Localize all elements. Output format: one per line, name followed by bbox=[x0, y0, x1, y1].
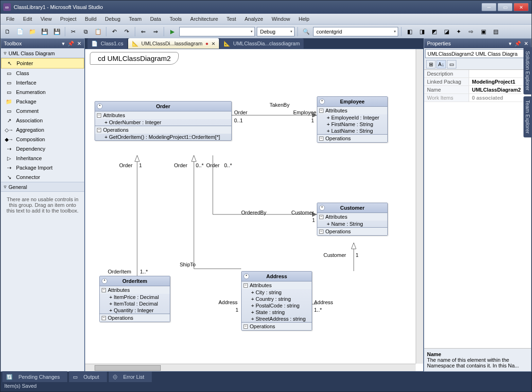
prop-row-name[interactable]: NameUMLClassDiagram2 bbox=[424, 86, 531, 94]
tool-g-button[interactable]: ▣ bbox=[478, 26, 488, 37]
collapse-icon[interactable]: ˄ bbox=[102, 278, 107, 284]
tool-d-button[interactable]: ◪ bbox=[441, 26, 452, 37]
collapse-icon[interactable]: − bbox=[97, 128, 101, 132]
toolbox-item-comment[interactable]: ▭Comment bbox=[1, 106, 84, 116]
tool-f-button[interactable]: ⇨ bbox=[466, 26, 476, 37]
toolbox-item-association[interactable]: ↗Association bbox=[1, 116, 84, 125]
pane-close-icon[interactable]: ✕ bbox=[524, 41, 528, 47]
tab-class1[interactable]: 📄Class1.cs bbox=[87, 38, 127, 49]
undo-button[interactable]: ↶ bbox=[109, 26, 120, 37]
collapse-icon[interactable]: − bbox=[319, 215, 323, 219]
toolbox-item-package[interactable]: 📁Package bbox=[1, 97, 84, 106]
toolbox-item-inheritance[interactable]: ▷Inheritance bbox=[1, 153, 84, 163]
toolbox-item-package-import[interactable]: ⇢Package Import bbox=[1, 163, 84, 172]
tab-umlclassdiagram1[interactable]: 📐UMLClassDia...classdiagram bbox=[220, 38, 304, 49]
collapse-icon[interactable]: − bbox=[244, 283, 248, 288]
uml-class-customer[interactable]: ˄Customer −Attributes+ Name : String −Op… bbox=[317, 203, 388, 236]
menu-view[interactable]: View bbox=[37, 15, 56, 23]
menu-data[interactable]: Data bbox=[146, 15, 165, 23]
find-combo[interactable]: contentgrid bbox=[313, 27, 398, 36]
menu-window[interactable]: Window bbox=[268, 15, 294, 23]
open-button[interactable]: 📁 bbox=[27, 26, 37, 37]
maximize-button[interactable]: ▭ bbox=[497, 3, 513, 11]
collapse-icon[interactable]: − bbox=[102, 316, 106, 320]
pane-dropdown-icon[interactable]: ▾ bbox=[509, 41, 512, 47]
collapse-icon[interactable]: − bbox=[102, 288, 106, 292]
categorized-button[interactable]: ⊞ bbox=[426, 60, 436, 68]
startup-combo[interactable] bbox=[179, 27, 255, 36]
collapse-icon[interactable]: ˄ bbox=[244, 273, 249, 279]
pane-pin-icon[interactable]: 📌 bbox=[68, 41, 74, 47]
tab-pending-changes[interactable]: 🔃 Pending Changes bbox=[2, 371, 67, 383]
minimize-button[interactable]: ─ bbox=[481, 3, 497, 11]
uml-class-orderitem[interactable]: ˄OrderItem −Attributes + ItemPrice : Dec… bbox=[99, 276, 170, 322]
config-combo[interactable]: Debug bbox=[257, 27, 295, 36]
menu-build[interactable]: Build bbox=[81, 15, 100, 23]
alphabetical-button[interactable]: A↓ bbox=[436, 60, 446, 68]
collapse-icon[interactable]: − bbox=[97, 113, 101, 118]
prop-row-description[interactable]: Description bbox=[424, 70, 531, 78]
nav-fwd-button[interactable]: ⇒ bbox=[150, 26, 161, 37]
toolbox-item-class[interactable]: ▭Class bbox=[1, 68, 84, 78]
nav-back-button[interactable]: ⇐ bbox=[138, 26, 148, 37]
pane-dropdown-icon[interactable]: ▾ bbox=[62, 41, 65, 47]
start-button[interactable]: ▶ bbox=[167, 26, 177, 37]
menu-help[interactable]: Help bbox=[295, 15, 314, 23]
menu-architecture[interactable]: Architecture bbox=[186, 15, 222, 23]
paste-button[interactable]: 📋 bbox=[93, 26, 103, 37]
diagram-canvas[interactable]: cd UMLClassDiagram2 bbox=[85, 49, 424, 372]
save-button[interactable]: 💾 bbox=[39, 26, 50, 37]
side-tab-solution-explorer[interactable]: Solution Explorer bbox=[523, 47, 532, 94]
close-button[interactable]: ✕ bbox=[514, 3, 529, 11]
collapse-icon[interactable]: ˄ bbox=[319, 205, 325, 211]
toolbox-item-composition[interactable]: ◆→Composition bbox=[1, 135, 84, 144]
prop-row-linked-packag[interactable]: Linked PackagModelingProject1 bbox=[424, 78, 531, 86]
pane-close-icon[interactable]: ✕ bbox=[77, 41, 81, 47]
add-item-button[interactable]: 📄 bbox=[15, 26, 25, 37]
prop-pages-button[interactable]: ▭ bbox=[447, 60, 456, 68]
uml-class-order[interactable]: ˄Order −Attributes+ OrderNumber : Intege… bbox=[95, 101, 232, 141]
tab-error-list[interactable]: ⮾ Error List bbox=[109, 371, 152, 383]
properties-selector[interactable]: UMLClassDiagram2 UML Class Diagra▾ bbox=[425, 49, 530, 58]
menu-file[interactable]: File bbox=[2, 15, 18, 23]
toolbox-item-aggregation[interactable]: ◇→Aggregation bbox=[1, 125, 84, 135]
toolbox-item-pointer[interactable]: ↖Pointer bbox=[1, 58, 84, 68]
collapse-icon[interactable]: ˄ bbox=[319, 99, 325, 104]
uml-class-employee[interactable]: ˄Employee −Attributes + EmployeeId : Int… bbox=[317, 96, 388, 143]
prop-row-work-items[interactable]: Work Items0 associated bbox=[424, 94, 531, 102]
tool-h-button[interactable]: ▤ bbox=[490, 26, 501, 37]
toolbox-item-enumeration[interactable]: ▭Enumeration bbox=[1, 87, 84, 97]
tab-close-icon[interactable]: ✕ bbox=[211, 41, 215, 46]
toolbox-item-dependency[interactable]: ⇢Dependency bbox=[1, 144, 84, 153]
menu-test[interactable]: Test bbox=[223, 15, 240, 23]
vertical-scrollbar[interactable] bbox=[416, 49, 423, 364]
redo-button[interactable]: ↷ bbox=[122, 26, 132, 37]
tool-a-button[interactable]: ◧ bbox=[404, 26, 415, 37]
side-tab-team-explorer[interactable]: Team Explorer bbox=[523, 96, 532, 137]
save-all-button[interactable]: 💾 bbox=[52, 26, 62, 37]
toolbox-section-uml[interactable]: ▿UML Class Diagram bbox=[1, 48, 84, 58]
tool-c-button[interactable]: ◩ bbox=[429, 26, 439, 37]
cut-button[interactable]: ✂ bbox=[68, 26, 78, 37]
menu-team[interactable]: Team bbox=[125, 15, 146, 23]
collapse-icon[interactable]: − bbox=[319, 109, 323, 113]
copy-button[interactable]: ⧉ bbox=[80, 26, 91, 37]
toolbox-section-general[interactable]: ▿General bbox=[1, 182, 84, 192]
menu-project[interactable]: Project bbox=[56, 15, 80, 23]
collapse-icon[interactable]: − bbox=[319, 136, 323, 141]
menu-analyze[interactable]: Analyze bbox=[241, 15, 267, 23]
tool-b-button[interactable]: ◨ bbox=[417, 26, 427, 37]
toolbox-item-interface[interactable]: ▭Interface bbox=[1, 78, 84, 87]
menu-debug[interactable]: Debug bbox=[101, 15, 124, 23]
new-project-button[interactable]: 🗋 bbox=[2, 26, 13, 37]
collapse-icon[interactable]: − bbox=[319, 230, 323, 234]
collapse-icon[interactable]: − bbox=[244, 324, 248, 329]
menu-edit[interactable]: Edit bbox=[19, 15, 36, 23]
tab-output[interactable]: ▭ Output bbox=[69, 371, 106, 383]
pane-pin-icon[interactable]: 📌 bbox=[515, 41, 521, 47]
find-icon[interactable]: 🔍 bbox=[301, 26, 311, 37]
collapse-icon[interactable]: ˄ bbox=[97, 103, 103, 109]
uml-class-address[interactable]: ˄Address −Attributes + City : string + C… bbox=[241, 271, 312, 331]
tool-e-button[interactable]: ✦ bbox=[454, 26, 464, 37]
horizontal-scrollbar[interactable] bbox=[85, 364, 416, 371]
